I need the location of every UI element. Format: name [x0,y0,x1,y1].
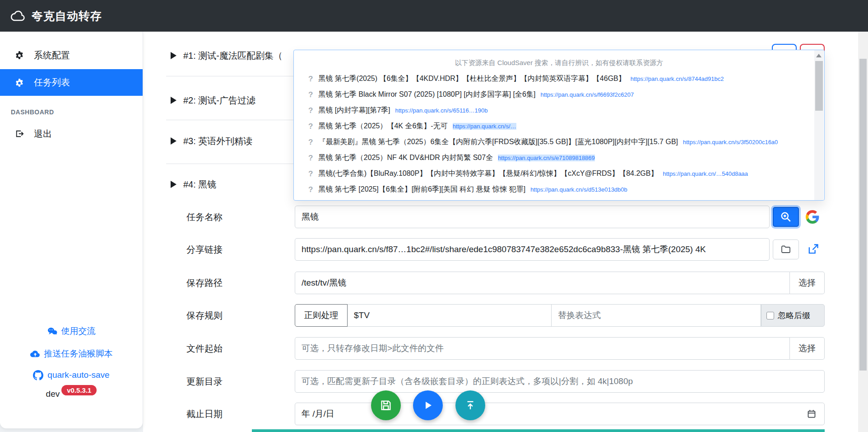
expand-arrow-icon [171,137,176,145]
update-dir-input[interactable] [295,370,825,393]
calendar-icon[interactable] [807,409,816,418]
result-link[interactable]: https://pan.quark.cn/s/… [453,123,516,130]
ignore-suffix-checkbox[interactable] [766,312,774,319]
magnifier-plus-icon [780,211,792,223]
result-title: 黑镜 [内封字幕][第7季] [318,106,390,115]
sidebar-link-github[interactable]: quark-auto-save [0,366,143,385]
result-item[interactable]: 黑镜 第七季（2025）【4K 全6集】-无可 https://pan.quar… [294,118,824,134]
scroll-to-top-fab[interactable] [455,390,485,420]
question-mark-icon [308,122,313,131]
result-link[interactable]: https://pan.quark.cn/s/f6693f2c6207 [540,91,634,98]
ignore-suffix-label: 忽略后缀 [778,310,810,321]
sidebar: 系统配置 任务列表 DASHBOARD 退出 [0,32,143,428]
label-save-rule: 保存规则 [186,304,290,327]
ignore-suffix-addon: 忽略后缀 [761,304,825,327]
next-panel-top-edge [252,429,825,432]
sidebar-link-chat-label: 使用交流 [61,325,96,337]
external-link-icon [807,243,819,256]
browse-folder-button[interactable] [773,239,799,259]
label-share-link: 分享链接 [186,238,290,261]
search-button[interactable] [773,207,799,227]
result-title: 黑镜 第七季 Black Mirror S07 (2025) [1080P] [… [318,90,535,99]
cloud-logo-icon [10,10,26,22]
result-item[interactable]: 『最新美剧』黑镜 第七季（2025）6集全【内附前六季[FRDS收藏版][35.… [294,134,824,150]
save-path-select-button[interactable]: 选择 [790,272,825,294]
result-title: 黑镜 第七季 [2025]【6集全】[附前6季][美国 科幻 悬疑 惊悚 犯罪] [318,185,525,194]
app-title: 夸克自动转存 [32,9,102,23]
task-name-input[interactable] [295,206,770,228]
result-item[interactable]: 黑镜 第七季 Black Mirror S07 (2025) [1080P] [… [294,87,824,103]
rule-replace-input[interactable] [551,304,761,327]
result-title: 黑镜 第七季（2025）NF 4K DV&HDR 内封简繁 S07全 [318,153,493,163]
page-scrollbar[interactable] [858,32,868,432]
nav-item-label: 任务列表 [34,76,70,89]
logout-icon [15,129,24,138]
wechat-icon [47,327,57,335]
question-mark-icon [308,185,313,194]
rule-mode-select[interactable]: 正则处理 [295,304,348,327]
nav-item-icon [15,78,24,87]
file-start-input[interactable] [295,337,790,360]
run-task-fab[interactable] [413,390,443,420]
github-icon [33,370,43,380]
google-search-button[interactable] [802,208,823,226]
task-title: #4: 黑镜 [183,178,216,191]
label-save-path: 保存路径 [186,272,290,294]
google-g-icon [806,210,819,224]
question-mark-icon [308,154,313,163]
open-share-link-button[interactable] [803,241,822,258]
logout-label: 退出 [34,128,52,140]
label-task-name: 任务名称 [186,206,290,228]
result-link[interactable]: https://pan.quark.cn/s/65116…190b [395,107,488,114]
task-accordion-header[interactable]: #1: 测试-魔法匹配剧集（ [171,49,283,62]
sidebar-section-label: DASHBOARD [0,108,143,116]
sidebar-item-logout[interactable]: 退出 [0,122,143,145]
sidebar-link-push-script[interactable]: 推送任务油猴脚本 [0,344,143,363]
sidebar-link-push-label: 推送任务油猴脚本 [44,348,113,360]
result-link[interactable]: https://pan.quark.cn/s/d513e013db0b [530,186,627,193]
result-title: 黑镜 第七季（2025）【4K 全6集】-无可 [318,122,447,131]
result-item[interactable]: 黑镜 第七季(2025) 【6集全】【4KDV.HDR】【杜杜比全景声】【内封简… [294,71,824,87]
save-task-fab[interactable] [371,390,401,420]
sidebar-nav: 系统配置 任务列表 [0,44,143,96]
result-link[interactable]: https://pan.quark.cn/…540d8aaa [663,170,748,177]
label-deadline: 截止日期 [186,403,290,425]
result-item[interactable]: 黑镜(七季合集)【BluRay.1080P】【内封中英特效字幕】【悬疑/科幻/惊… [294,166,824,182]
result-title: 黑镜 第七季(2025) 【6集全】【4KDV.HDR】【杜杜比全景声】【内封简… [318,74,625,84]
result-link[interactable]: https://pan.quark.cn/s/3f50200c16a0 [683,139,778,146]
question-mark-icon [308,90,313,99]
result-item[interactable]: 黑镜 第七季（2025）NF 4K DV&HDR 内封简繁 S07全 https… [294,150,824,166]
result-title: 黑镜(七季合集)【BluRay.1080P】【内封中英特效字幕】【悬疑/科幻/惊… [318,169,658,178]
task-accordion-header[interactable]: #4: 黑镜 [171,178,216,191]
save-path-input[interactable] [295,272,790,294]
cloud-upload-icon [30,350,40,357]
page-scrollbar-thumb[interactable] [859,59,867,371]
scrollbar-up-arrow-icon[interactable] [816,54,822,57]
search-results-dropdown: 以下资源来自 CloudSaver 搜索，请自行辨识，如有侵权请联系资源方 黑镜… [293,50,825,201]
nav-item-icon [15,51,24,60]
question-mark-icon [308,75,313,84]
sidebar-link-chat[interactable]: 使用交流 [0,322,143,341]
results-notice: 以下资源来自 CloudSaver 搜索，请自行辨识，如有侵权请联系资源方 [294,59,824,67]
dropdown-scrollbar[interactable] [814,50,824,200]
file-start-select-button[interactable]: 选择 [790,337,825,360]
results-list: 黑镜 第七季(2025) 【6集全】【4KDV.HDR】【杜杜比全景声】【内封简… [294,71,824,197]
share-link-input[interactable] [295,238,770,261]
sidebar-nav-item[interactable]: 任务列表 [0,69,143,96]
result-title: 『最新美剧』黑镜 第七季（2025）6集全【内附前六季[FRDS收藏版][35.… [318,137,678,147]
result-item[interactable]: 黑镜 [内封字幕][第7季] https://pan.quark.cn/s/65… [294,103,824,118]
floppy-save-icon [380,399,392,412]
sidebar-nav-item[interactable]: 系统配置 [0,44,143,66]
dropdown-scrollbar-thumb[interactable] [815,61,823,111]
task-title: #2: 测试-广告过滤 [183,94,255,107]
task-accordion-header[interactable]: #3: 英语外刊精读 [171,135,252,147]
rule-pattern-input[interactable] [347,304,552,327]
result-item[interactable]: 黑镜 第七季 [2025]【6集全】[附前6季][美国 科幻 悬疑 惊悚 犯罪]… [294,182,824,197]
expand-arrow-icon [171,52,176,59]
nav-item-label: 系统配置 [34,49,70,61]
result-link[interactable]: https://pan.quark.cn/s/e71089818869 [498,155,595,161]
result-link[interactable]: https://pan.quark.cn/s/8744ad91bc2 [631,75,724,82]
label-update-dir: 更新目录 [186,370,290,393]
task-accordion-header[interactable]: #2: 测试-广告过滤 [171,94,255,107]
label-file-start: 文件起始 [186,337,290,360]
